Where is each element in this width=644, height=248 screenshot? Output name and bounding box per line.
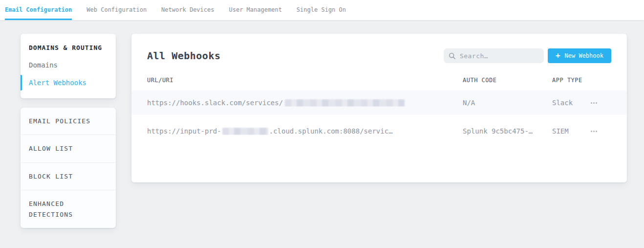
tab-user-management[interactable]: User Management xyxy=(229,0,281,20)
row-actions-menu-icon[interactable] xyxy=(590,128,598,135)
search-icon xyxy=(449,52,456,60)
sidebar: DOMAINS & ROUTING Domains Alert Webhooks… xyxy=(21,34,116,228)
tab-web-configuration[interactable]: Web Configuration xyxy=(86,0,147,20)
table-header-row: URL/URI AUTH CODE APP TYPE xyxy=(147,77,611,90)
column-header-menu xyxy=(590,77,611,84)
domains-routing-card: DOMAINS & ROUTING Domains Alert Webhooks xyxy=(21,34,116,98)
sidebar-item-alert-webhooks[interactable]: Alert Webhooks xyxy=(29,79,107,87)
domains-routing-header: DOMAINS & ROUTING xyxy=(29,44,107,51)
auth-code-cell: Splunk 9c5bc475-… xyxy=(463,127,552,135)
row-actions-menu-icon[interactable] xyxy=(590,99,598,107)
webhook-url-text: .cloud.splunk.com:8088/servic… xyxy=(269,127,393,135)
email-sections-card: EMAIL POLICIES ALLOW LIST BLOCK LIST ENH… xyxy=(21,108,116,228)
column-header-auth-code: AUTH CODE xyxy=(463,77,552,84)
page-title: All Webhooks xyxy=(147,50,221,62)
search-box xyxy=(444,48,544,63)
page-content: DOMAINS & ROUTING Domains Alert Webhooks… xyxy=(0,20,644,228)
webhook-url-cell: https://hooks.slack.com/services/ xyxy=(147,99,463,107)
webhooks-table: URL/URI AUTH CODE APP TYPE https://hooks… xyxy=(147,77,611,143)
app-type-cell: Slack xyxy=(552,99,590,107)
column-header-url: URL/URI xyxy=(147,77,463,84)
column-header-app-type: APP TYPE xyxy=(552,77,590,84)
redacted-url-segment xyxy=(222,128,268,135)
table-row[interactable]: https://input-prd- .cloud.splunk.com:808… xyxy=(147,119,611,143)
new-webhook-button-label: New Webhook xyxy=(565,52,603,59)
tab-email-configuration[interactable]: Email Configuration xyxy=(5,0,72,20)
sidebar-item-email-policies[interactable]: EMAIL POLICIES xyxy=(21,108,116,135)
sidebar-item-block-list[interactable]: BLOCK LIST xyxy=(21,163,116,190)
search-input[interactable] xyxy=(460,52,539,60)
active-indicator-bar xyxy=(21,75,22,90)
tab-single-sign-on[interactable]: Single Sign On xyxy=(297,0,346,20)
sidebar-item-domains[interactable]: Domains xyxy=(29,61,107,69)
sidebar-item-enhanced-detections[interactable]: ENHANCED DETECTIONS xyxy=(21,190,116,228)
panel-header: All Webhooks + New Webhook xyxy=(147,48,611,63)
top-tab-bar: Email Configuration Web Configuration Ne… xyxy=(0,0,644,20)
webhook-url-cell: https://input-prd- .cloud.splunk.com:808… xyxy=(147,127,463,135)
sidebar-item-allow-list[interactable]: ALLOW LIST xyxy=(21,135,116,162)
app-type-cell: SIEM xyxy=(552,127,590,135)
auth-code-cell: N/A xyxy=(463,99,552,107)
webhook-url-text: https://hooks.slack.com/services/ xyxy=(147,99,283,107)
panel-actions: + New Webhook xyxy=(444,48,611,63)
tab-network-devices[interactable]: Network Devices xyxy=(161,0,214,20)
webhooks-panel: All Webhooks + New Webhook URL/URI xyxy=(131,34,627,182)
new-webhook-button[interactable]: + New Webhook xyxy=(548,48,611,63)
redacted-url-segment xyxy=(285,99,405,107)
sidebar-item-label: Alert Webhooks xyxy=(29,79,86,87)
webhook-url-text: https://input-prd- xyxy=(147,127,221,135)
plus-icon: + xyxy=(556,52,560,60)
table-row[interactable]: https://hooks.slack.com/services/ N/A Sl… xyxy=(131,90,627,115)
